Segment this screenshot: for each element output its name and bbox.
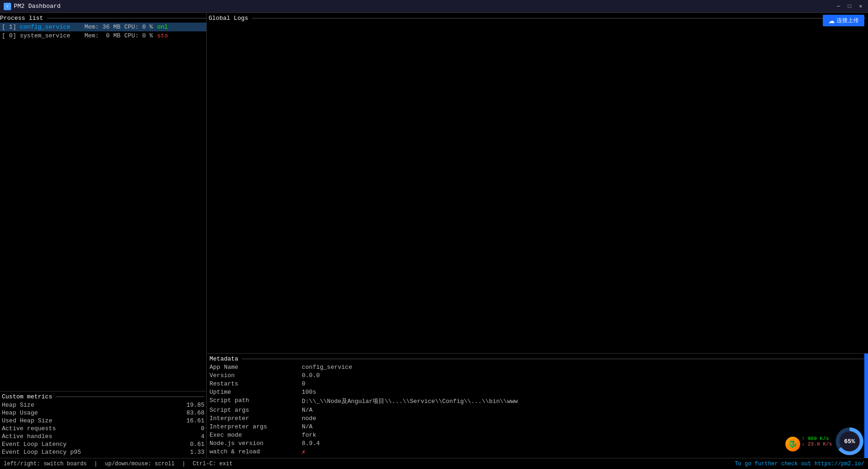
process-mem-val-2: 0 MB (99, 32, 124, 39)
metric-name-2: Used Heap Size (2, 417, 52, 424)
title-bar: ⚡ PM2 Dashboard ─ □ ✕ (0, 0, 868, 13)
metadata-divider (242, 359, 865, 359)
metric-value-1: 83.68 (186, 409, 204, 416)
shortcut-updown: up/down/mouse: scroll (105, 461, 174, 467)
shortcut-ctrlc: Ctrl-C: exit (193, 461, 233, 467)
list-item: Event Loop Latency p95 1.33 (2, 448, 204, 456)
meta-key-8: Exec mode (210, 431, 302, 439)
upload-btn-label: 连接上传 (837, 17, 859, 24)
upload-icon: ☁ (828, 17, 835, 24)
global-logs-title: Global Logs (209, 15, 248, 22)
process-status-2: sto (157, 32, 168, 39)
bottom-right-widget: 🐉 ↑ 909 K/s ↓ 23.9 K/s 65% (798, 427, 863, 455)
meta-val-4: D:\\_\\Node及Angular项目\\...\\Service\\Con… (302, 397, 865, 406)
process-mem-label-2: Mem: (81, 32, 99, 39)
global-logs: Global Logs ☁ 连接上传 (207, 13, 868, 353)
shortcut-separator-1: | (94, 461, 97, 467)
process-name-1: config_service (16, 24, 81, 30)
main-content: Process list [ 1] config_service Mem: 36… (0, 13, 868, 458)
metadata-grid: App Name config_service Version 0.0.0 Re… (210, 363, 865, 456)
process-cpu-label-2: CPU: (124, 32, 138, 39)
process-cpu-label-1: CPU: (124, 24, 138, 30)
meta-key-5: Script args (210, 406, 302, 414)
metadata-scrollbar[interactable] (864, 354, 868, 458)
process-list-header: Process list (0, 15, 206, 22)
upload-button[interactable]: ☁ 连接上传 (823, 15, 864, 26)
status-link: To go further check out https://pm2.io/ (735, 461, 864, 467)
metric-name-5: Event Loop Latency (2, 441, 66, 448)
metric-value-6: 1.33 (190, 449, 204, 456)
status-bar: left/right: switch boards | up/down/mous… (0, 458, 868, 469)
list-item: Heap Size 19.85 (2, 401, 204, 409)
close-button[interactable]: ✕ (857, 3, 864, 10)
metric-value-3: 0 (201, 425, 204, 432)
meta-key-6: Interpreter (210, 415, 302, 422)
meta-key-9: Node.js version (210, 439, 302, 447)
metric-name-1: Heap Usage (2, 409, 38, 416)
process-id-2: [ 0] (2, 32, 16, 39)
meta-key-2: Restarts (210, 380, 302, 388)
metric-name-3: Active requests (2, 425, 56, 432)
left-panel: Process list [ 1] config_service Mem: 36… (0, 13, 207, 458)
title-bar-left: ⚡ PM2 Dashboard (4, 3, 60, 10)
shortcut-leftright: left/right: switch boards (4, 461, 87, 467)
list-item: Event Loop Latency 0.61 (2, 440, 204, 448)
metric-name-4: Active handles (2, 433, 52, 440)
meta-val-7: N/A (302, 423, 865, 431)
cpu-usage-circle: 65% (836, 427, 863, 455)
meta-val-2: 0 (302, 380, 865, 388)
network-stats: ↑ 909 K/s ↓ 23.9 K/s (802, 436, 832, 447)
meta-val-9: 8.9.4 (302, 439, 865, 447)
meta-key-7: Interpreter args (210, 423, 302, 431)
custom-metrics-divider (56, 397, 204, 397)
process-id-1: [ 1] (2, 24, 16, 30)
cpu-usage-label: 65% (839, 431, 860, 451)
meta-val-3: 100s (302, 388, 865, 396)
meta-val-5: N/A (302, 406, 865, 414)
process-name-2: system_service (16, 32, 81, 39)
title-bar-controls[interactable]: ─ □ ✕ (835, 3, 864, 10)
status-shortcuts: left/right: switch boards | up/down/mous… (4, 461, 233, 467)
metadata-header: Metadata (210, 355, 865, 362)
custom-metrics-header: Custom metrics (2, 393, 204, 400)
process-list-divider (47, 18, 206, 18)
list-item: Used Heap Size 16.61 (2, 417, 204, 425)
meta-key-0: App Name (210, 363, 302, 371)
net-upload-speed: ↑ 909 K/s (802, 436, 832, 441)
minimize-button[interactable]: ─ (835, 3, 842, 10)
meta-val-8: fork (302, 431, 865, 439)
table-row[interactable]: [ 1] config_service Mem: 36 MB CPU: 0 % … (0, 23, 206, 31)
process-cpu-val-1: 0 % (138, 24, 157, 30)
process-list-title: Process list (0, 15, 43, 22)
global-logs-divider (252, 18, 866, 18)
list-item: Heap Usage 83.68 (2, 409, 204, 417)
list-item: Active requests 0 (2, 425, 204, 433)
meta-key-1: Version (210, 372, 302, 379)
app-title: PM2 Dashboard (14, 3, 60, 10)
metric-value-2: 16.61 (186, 417, 204, 424)
metric-value-5: 0.61 (190, 441, 204, 448)
meta-key-10: watch & reload (210, 448, 302, 456)
pm2-icon: 🐉 (785, 437, 800, 451)
right-panel: Global Logs ☁ 连接上传 Metadata App Name con… (207, 13, 868, 458)
meta-val-10: ✗ (302, 448, 865, 456)
metric-value-4: 4 (201, 433, 204, 440)
metric-name-6: Event Loop Latency p95 (2, 449, 81, 456)
list-item: Active handles 4 (2, 433, 204, 440)
custom-metrics-title: Custom metrics (2, 393, 52, 400)
process-status-1: onl (157, 24, 168, 30)
meta-val-1: 0.0.0 (302, 372, 865, 379)
net-download-speed: ↓ 23.9 K/s (802, 441, 832, 447)
meta-val-0: config_service (302, 363, 865, 371)
maximize-button[interactable]: □ (846, 3, 853, 10)
metric-name-0: Heap Size (2, 402, 34, 409)
metric-value-0: 19.85 (186, 402, 204, 409)
meta-key-4: Script path (210, 397, 302, 406)
table-row[interactable]: [ 0] system_service Mem: 0 MB CPU: 0 % s… (0, 31, 206, 40)
process-list: Process list [ 1] config_service Mem: 36… (0, 13, 206, 391)
process-cpu-val-2: 0 % (138, 32, 157, 39)
process-mem-val-1: 36 MB (99, 24, 124, 30)
custom-metrics: Custom metrics Heap Size 19.85 Heap Usag… (0, 391, 206, 458)
metadata: Metadata App Name config_service Version… (207, 353, 868, 458)
global-logs-header: Global Logs (209, 15, 866, 22)
